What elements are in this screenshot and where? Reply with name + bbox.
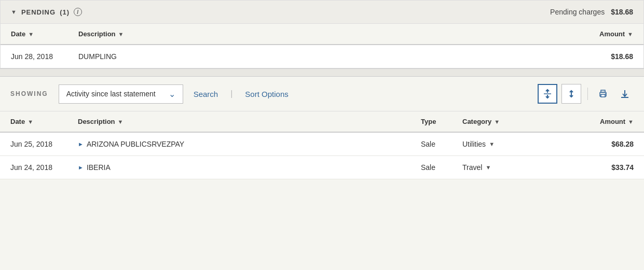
category-chevron-icon: ▼	[485, 164, 491, 170]
activity-row-2-category[interactable]: Travel ▼	[462, 163, 556, 172]
dropdown-chevron-icon: ⌄	[169, 89, 175, 99]
table-row: Jun 25, 2018 ► ARIZONA PUBLICSRVEZPAY Sa…	[0, 133, 644, 156]
activity-row-2-description: ► IBERIA	[78, 163, 421, 172]
dropdown-value: Activity since last statement	[66, 90, 156, 98]
pending-description-header[interactable]: Description ▼	[78, 30, 451, 38]
pending-category-header-spacer	[493, 30, 566, 38]
showing-label: SHOWING	[10, 90, 48, 97]
description-sort-icon: ▼	[118, 31, 124, 37]
activity-cat-sort-icon: ▼	[494, 119, 500, 125]
filter-bar-actions	[538, 84, 634, 104]
activity-category-header[interactable]: Category ▼	[462, 118, 556, 125]
activity-row-1-date: Jun 25, 2018	[10, 140, 78, 148]
print-button[interactable]	[594, 84, 612, 104]
activity-row-1-category[interactable]: Utilities ▼	[462, 140, 556, 148]
activity-row-1-description: ► ARIZONA PUBLICSRVEZPAY	[78, 140, 421, 148]
activity-date-sort-icon: ▼	[28, 119, 33, 125]
svg-point-8	[605, 93, 606, 94]
activity-row-1-type: Sale	[421, 140, 462, 148]
pending-row-date: Jun 28, 2018	[11, 52, 78, 61]
pending-amount-header[interactable]: Amount ▼	[566, 30, 633, 38]
icon-separator	[587, 88, 588, 100]
sort-options-link[interactable]: Sort Options	[243, 90, 290, 98]
pending-charges-label: Pending charges	[550, 8, 605, 16]
row-expand-icon[interactable]: ►	[78, 141, 84, 147]
row-expand-icon[interactable]: ►	[78, 164, 84, 170]
pending-type-header-spacer	[451, 30, 493, 38]
pending-label: PENDING	[21, 8, 56, 16]
pending-header: ▼ PENDING (1) i Pending charges $18.68	[1, 1, 643, 24]
filter-bar: SHOWING Activity since last statement ⌄ …	[0, 77, 644, 111]
activity-row-2-date: Jun 24, 2018	[10, 163, 78, 172]
activity-desc-sort-icon: ▼	[118, 119, 124, 125]
pending-charges-amount: $18.68	[611, 8, 633, 16]
activity-description-header[interactable]: Description ▼	[78, 118, 421, 125]
pending-count: (1)	[60, 8, 70, 16]
pending-row-category-spacer	[493, 52, 566, 61]
date-sort-icon: ▼	[28, 31, 34, 37]
expand-rows-button[interactable]	[538, 84, 557, 104]
pending-row-type-spacer	[451, 52, 493, 61]
table-row: Jun 28, 2018 DUMPLING $18.68	[1, 45, 643, 68]
pending-row-description: DUMPLING	[78, 52, 451, 61]
activity-date-header[interactable]: Date ▼	[10, 118, 78, 125]
activity-amt-sort-icon: ▼	[628, 119, 634, 125]
info-icon[interactable]: i	[74, 8, 82, 16]
search-link[interactable]: Search	[191, 90, 221, 98]
download-button[interactable]	[616, 84, 634, 104]
pending-date-header[interactable]: Date ▼	[11, 30, 78, 38]
activity-row-2-amount: $33.74	[556, 163, 634, 172]
section-separator	[0, 68, 644, 77]
activity-amount-header[interactable]: Amount ▼	[556, 118, 634, 125]
table-row: Jun 24, 2018 ► IBERIA Sale Travel ▼ $33.…	[0, 156, 644, 179]
pipe-divider: |	[228, 89, 235, 98]
amount-sort-icon: ▼	[627, 31, 633, 37]
category-chevron-icon: ▼	[489, 141, 495, 147]
pending-row-amount: $18.68	[566, 52, 633, 61]
svg-rect-6	[601, 90, 605, 92]
chevron-down-icon: ▼	[11, 9, 17, 15]
activity-row-2-type: Sale	[421, 163, 462, 172]
activity-table-header: Date ▼ Description ▼ Type Category ▼ Amo…	[0, 111, 644, 133]
pending-title[interactable]: ▼ PENDING (1) i	[11, 8, 82, 16]
svg-rect-7	[601, 94, 605, 97]
activity-row-1-amount: $68.28	[556, 140, 634, 148]
activity-filter-dropdown[interactable]: Activity since last statement ⌄	[59, 84, 183, 104]
pending-charges: Pending charges $18.68	[550, 8, 633, 16]
pending-table-header: Date ▼ Description ▼ Amount ▼	[1, 24, 643, 45]
activity-type-header: Type	[421, 118, 462, 125]
collapse-rows-button[interactable]	[561, 84, 581, 104]
